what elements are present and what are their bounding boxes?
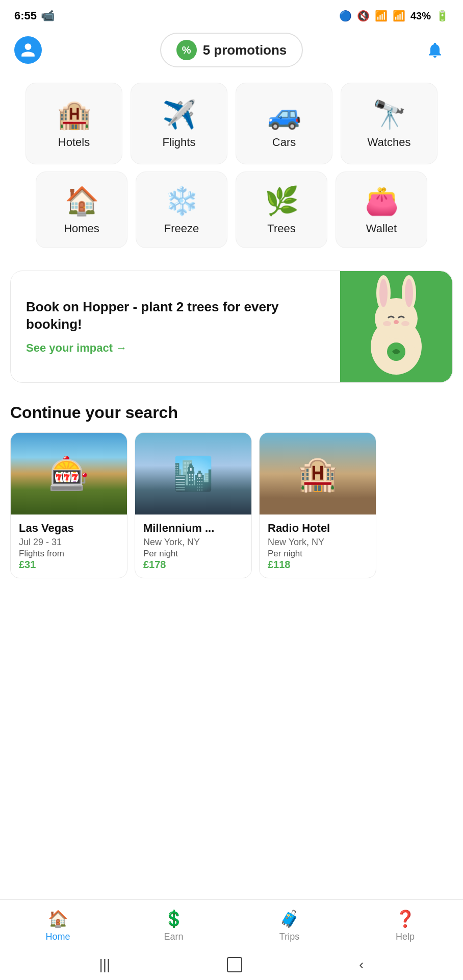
flights-label: Flights — [163, 136, 196, 149]
svg-point-6 — [394, 320, 399, 324]
flights-icon: ✈️ — [162, 99, 196, 131]
promotions-button[interactable]: % 5 promotions — [160, 33, 303, 67]
status-bar: 6:55 📹 🔵 🔇 📶 📶 43% 🔋 — [0, 0, 463, 28]
help-nav-label: Help — [396, 932, 415, 942]
category-hotels[interactable]: 🏨 Hotels — [25, 83, 122, 164]
watches-label: Watches — [368, 136, 411, 149]
las-vegas-dates: Jul 29 - 31 — [19, 537, 119, 548]
millennium-info: Millennium ... New York, NY Per night £1… — [135, 514, 251, 578]
radio-hotel-info: Radio Hotel New York, NY Per night £118 — [260, 514, 376, 578]
search-card-radio-hotel[interactable]: 🏨 Radio Hotel New York, NY Per night £11… — [259, 432, 376, 578]
millennium-price: £178 — [143, 559, 243, 571]
category-cars[interactable]: 🚙 Cars — [236, 83, 332, 164]
category-flights[interactable]: ✈️ Flights — [131, 83, 227, 164]
homes-icon: 🏠 — [65, 185, 99, 217]
svg-point-8 — [401, 321, 409, 326]
recents-button[interactable]: ‹ — [359, 957, 364, 973]
nav-trips[interactable]: 🧳 Trips — [264, 909, 315, 942]
search-section: Continue your search 🎰 Las Vegas Jul 29 … — [0, 393, 463, 589]
signal-icon: 📶 — [393, 10, 405, 22]
las-vegas-info: Las Vegas Jul 29 - 31 Flights from £31 — [11, 514, 127, 578]
nav-earn[interactable]: 💲 Earn — [148, 909, 199, 942]
millennium-location: New York, NY — [143, 537, 243, 548]
las-vegas-name: Las Vegas — [19, 522, 119, 535]
trips-nav-icon: 🧳 — [279, 909, 300, 928]
user-avatar[interactable] — [14, 36, 42, 64]
radio-hotel-detail: Per night — [268, 549, 368, 559]
promo-link[interactable]: See your impact → — [26, 341, 325, 355]
category-trees[interactable]: 🌿 Trees — [236, 172, 327, 248]
promo-image — [340, 271, 452, 382]
svg-point-3 — [379, 279, 388, 307]
las-vegas-image: 🎰 — [11, 433, 127, 514]
watches-icon: 🔭 — [372, 99, 406, 131]
home-button[interactable] — [227, 957, 242, 972]
battery-icon: 🔋 — [436, 10, 449, 22]
home-nav-icon: 🏠 — [48, 909, 68, 928]
millennium-detail: Per night — [143, 549, 243, 559]
category-watches[interactable]: 🔭 Watches — [341, 83, 438, 164]
trips-nav-label: Trips — [279, 932, 299, 942]
wifi-icon: 📶 — [375, 10, 388, 22]
search-card-las-vegas[interactable]: 🎰 Las Vegas Jul 29 - 31 Flights from £31 — [10, 432, 127, 578]
notifications-button[interactable] — [421, 36, 449, 64]
earn-nav-label: Earn — [164, 932, 183, 942]
radio-hotel-location: New York, NY — [268, 537, 368, 548]
category-freeze[interactable]: ❄️ Freeze — [136, 172, 227, 248]
cars-label: Cars — [272, 136, 296, 149]
promo-title: Book on Hopper - plant 2 trees for every… — [26, 299, 325, 333]
las-vegas-price: £31 — [19, 559, 119, 571]
trees-label: Trees — [267, 222, 295, 235]
freeze-label: Freeze — [164, 222, 199, 235]
status-time: 6:55 — [14, 9, 37, 22]
las-vegas-detail: Flights from — [19, 549, 119, 559]
category-homes[interactable]: 🏠 Homes — [36, 172, 127, 248]
wallet-icon: 👛 — [365, 185, 399, 217]
home-nav-label: Home — [45, 932, 70, 942]
search-cards-container: 🎰 Las Vegas Jul 29 - 31 Flights from £31… — [10, 432, 453, 583]
wallet-label: Wallet — [366, 222, 397, 235]
search-card-millennium[interactable]: 🏙️ Millennium ... New York, NY Per night… — [135, 432, 252, 578]
back-button[interactable]: ||| — [99, 957, 110, 973]
bottom-nav: 🏠 Home 💲 Earn 🧳 Trips ❓ Help — [0, 899, 463, 949]
radio-hotel-image: 🏨 — [260, 433, 376, 514]
category-section: 🏨 Hotels ✈️ Flights 🚙 Cars 🔭 Watches 🏠 H… — [0, 78, 463, 260]
earn-nav-icon: 💲 — [164, 909, 184, 928]
promo-banner: Book on Hopper - plant 2 trees for every… — [10, 271, 453, 383]
millennium-image: 🏙️ — [135, 433, 251, 514]
help-nav-icon: ❓ — [395, 909, 416, 928]
hotels-icon: 🏨 — [57, 99, 91, 131]
mascot-icon — [355, 273, 437, 382]
category-wallet[interactable]: 👛 Wallet — [336, 172, 427, 248]
bluetooth-icon: 🔵 — [339, 10, 352, 22]
battery-text: 43% — [410, 10, 431, 22]
system-nav-bar: ||| ‹ — [0, 949, 463, 980]
category-row-2: 🏠 Homes ❄️ Freeze 🌿 Trees 👛 Wallet — [10, 172, 453, 248]
homes-label: Homes — [64, 222, 99, 235]
promo-text: Book on Hopper - plant 2 trees for every… — [11, 271, 340, 382]
category-row-1: 🏨 Hotels ✈️ Flights 🚙 Cars 🔭 Watches — [10, 83, 453, 164]
radio-hotel-name: Radio Hotel — [268, 522, 368, 535]
hotels-label: Hotels — [58, 136, 90, 149]
svg-point-5 — [405, 279, 413, 307]
trees-icon: 🌿 — [265, 185, 299, 217]
camera-icon: 📹 — [41, 9, 55, 22]
nav-help[interactable]: ❓ Help — [380, 909, 431, 942]
millennium-name: Millennium ... — [143, 522, 243, 535]
mute-icon: 🔇 — [357, 10, 370, 22]
promotions-label: 5 promotions — [203, 42, 287, 58]
radio-hotel-price: £118 — [268, 559, 368, 571]
search-section-title: Continue your search — [10, 403, 453, 422]
promo-badge-icon: % — [176, 40, 197, 60]
cars-icon: 🚙 — [267, 99, 301, 131]
freeze-icon: ❄️ — [165, 185, 199, 217]
header: % 5 promotions — [0, 28, 463, 78]
svg-point-7 — [383, 321, 391, 326]
nav-home[interactable]: 🏠 Home — [33, 909, 84, 942]
